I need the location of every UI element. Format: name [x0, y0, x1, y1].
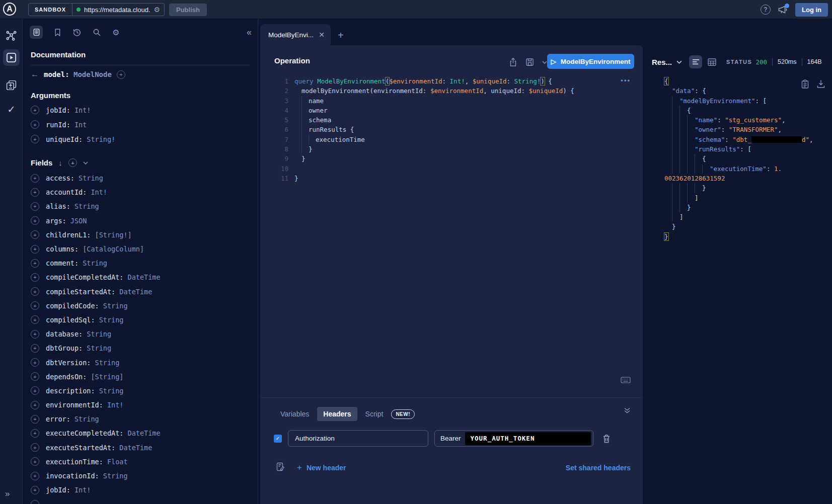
- field-name[interactable]: error:: [46, 415, 70, 423]
- back-arrow-icon[interactable]: ←: [31, 70, 39, 79]
- endpoint-url-field[interactable]: https://metadata.cloud.get ⚙: [72, 6, 164, 14]
- breadcrumb-type[interactable]: ModelNode: [73, 70, 112, 78]
- announcements-icon[interactable]: [778, 5, 788, 15]
- add-field-icon[interactable]: +: [31, 287, 39, 296]
- add-field-icon[interactable]: +: [31, 202, 39, 211]
- field-type[interactable]: DateTime: [119, 288, 152, 296]
- field-type[interactable]: DateTime: [128, 273, 161, 281]
- tab-script[interactable]: Script: [365, 410, 384, 418]
- delete-header-icon[interactable]: [602, 434, 611, 443]
- table-view-toggle[interactable]: [705, 55, 718, 68]
- keyboard-shortcuts-icon[interactable]: [621, 377, 631, 383]
- add-field-icon[interactable]: +: [31, 358, 39, 367]
- field-name[interactable]: compileStartedAt:: [46, 288, 115, 296]
- field-name[interactable]: dbtGroup:: [46, 344, 83, 352]
- argument-name[interactable]: uniqueId:: [46, 135, 83, 143]
- run-operation-button[interactable]: ▷ ModelByEnvironment: [547, 54, 634, 69]
- field-name[interactable]: compileCompletedAt:: [46, 273, 123, 281]
- field-type[interactable]: String: [87, 344, 111, 352]
- add-argument-icon[interactable]: +: [31, 120, 39, 129]
- explorer-settings-gear-icon[interactable]: ⚙: [112, 28, 119, 37]
- add-field-icon[interactable]: +: [31, 315, 39, 324]
- documentation-tab-active[interactable]: [30, 26, 43, 39]
- field-name[interactable]: invocationId:: [46, 472, 99, 480]
- tab-variables[interactable]: Variables: [280, 410, 309, 418]
- collapse-bottom-panel-icon[interactable]: [624, 407, 631, 414]
- close-tab-icon[interactable]: ✕: [319, 31, 325, 39]
- graphql-code-editor[interactable]: 1query ModelByEnvironment($environmentId…: [260, 76, 643, 183]
- help-icon[interactable]: ?: [761, 5, 771, 15]
- explorer-tab-active[interactable]: [3, 49, 20, 66]
- preflight-script-icon[interactable]: [276, 462, 285, 473]
- login-button[interactable]: Log in: [795, 3, 828, 17]
- field-name[interactable]: args:: [46, 217, 66, 225]
- field-type[interactable]: Int!: [91, 188, 107, 196]
- chevron-down-icon[interactable]: [83, 161, 88, 164]
- add-argument-icon[interactable]: +: [31, 106, 39, 114]
- schema-graph-icon[interactable]: [0, 29, 23, 42]
- operation-collection-icon[interactable]: [0, 79, 23, 91]
- field-type[interactable]: [String!]: [95, 231, 132, 239]
- add-field-icon[interactable]: +: [31, 429, 39, 438]
- save-icon[interactable]: [525, 58, 534, 66]
- endpoint-settings-gear-icon[interactable]: ⚙: [154, 6, 160, 14]
- field-type[interactable]: String: [95, 359, 120, 367]
- field-name[interactable]: executeStartedAt:: [46, 444, 115, 452]
- argument-type[interactable]: String!: [87, 135, 115, 143]
- search-icon[interactable]: [93, 28, 101, 37]
- field-type[interactable]: String: [79, 174, 103, 182]
- set-shared-headers-link[interactable]: Set shared headers: [566, 464, 631, 472]
- field-type[interactable]: String: [87, 330, 111, 338]
- history-icon[interactable]: [72, 28, 82, 37]
- field-name[interactable]: database:: [46, 330, 83, 338]
- expand-rail-icon[interactable]: »: [5, 489, 9, 499]
- response-title[interactable]: Res...: [652, 58, 672, 66]
- add-field-icon[interactable]: +: [31, 401, 39, 409]
- tab-headers[interactable]: Headers: [317, 407, 357, 421]
- field-type[interactable]: String: [99, 387, 124, 395]
- field-name[interactable]: comment:: [46, 259, 79, 267]
- field-name[interactable]: executionTime:: [46, 458, 103, 466]
- add-field-icon[interactable]: +: [31, 273, 39, 282]
- endpoint-url[interactable]: https://metadata.cloud.get: [84, 6, 150, 14]
- add-field-icon[interactable]: +: [31, 415, 39, 424]
- field-type[interactable]: [String]: [91, 373, 123, 381]
- add-field-icon[interactable]: +: [31, 188, 39, 197]
- field-type[interactable]: Float: [107, 458, 128, 466]
- add-argument-icon[interactable]: +: [31, 135, 39, 143]
- auth-token-redacted[interactable]: YOUR_AUTH_TOKEN: [465, 432, 591, 445]
- field-type[interactable]: [CatalogColumn]: [83, 245, 144, 253]
- field-type[interactable]: Int!: [107, 401, 124, 409]
- field-type[interactable]: String: [103, 302, 128, 310]
- new-header-button[interactable]: + New header: [297, 463, 346, 473]
- add-field-icon[interactable]: +: [31, 486, 39, 494]
- add-field-icon[interactable]: +: [31, 372, 39, 381]
- add-field-icon[interactable]: +: [31, 386, 39, 395]
- field-name[interactable]: childrenL1:: [46, 231, 91, 239]
- field-type[interactable]: String: [74, 415, 99, 423]
- field-type[interactable]: String: [74, 202, 99, 210]
- field-type[interactable]: Int!: [74, 486, 91, 494]
- add-all-fields-icon[interactable]: +: [68, 158, 77, 167]
- argument-name[interactable]: runId:: [46, 121, 70, 129]
- header-enabled-checkbox[interactable]: ✓: [274, 435, 282, 443]
- response-dropdown-chevron-icon[interactable]: [676, 60, 682, 64]
- field-name[interactable]: jobId:: [46, 486, 70, 494]
- response-json[interactable]: {"data": {"modelByEnvironment": [{"name"…: [664, 76, 832, 241]
- field-type[interactable]: JSON: [70, 217, 87, 225]
- operation-tab[interactable]: ModelByEnvi... ✕: [260, 24, 331, 45]
- raw-view-toggle[interactable]: [689, 55, 702, 68]
- field-name[interactable]: dependsOn:: [46, 373, 87, 381]
- field-name[interactable]: compiledSql:: [46, 316, 95, 324]
- add-field-icon[interactable]: +: [31, 472, 39, 480]
- add-field-icon[interactable]: +: [31, 301, 39, 310]
- share-icon[interactable]: [509, 57, 517, 67]
- field-name[interactable]: columns:: [46, 245, 79, 253]
- field-type[interactable]: String: [99, 316, 124, 324]
- add-field-icon[interactable]: +: [31, 245, 39, 254]
- argument-type[interactable]: Int!: [74, 106, 91, 114]
- publish-button[interactable]: Publish: [169, 4, 207, 16]
- add-field-icon[interactable]: +: [31, 259, 39, 268]
- field-name[interactable]: environmentId:: [46, 401, 103, 409]
- header-value-field[interactable]: Bearer YOUR_AUTH_TOKEN: [434, 430, 593, 447]
